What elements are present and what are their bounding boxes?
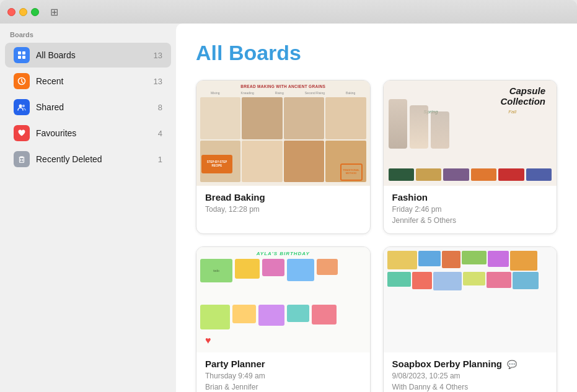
sidebar: Boards All Boards 13 Rece	[0, 24, 176, 392]
svg-rect-7	[20, 158, 24, 163]
board-card-soapbox-derby[interactable]: Soapbox Derby Planning 💬 9/08/2023, 10:2…	[383, 246, 558, 392]
board-thumbnail-fashion: CapsuleCollection Spring Fall	[384, 81, 557, 186]
sidebar-favourites-count: 4	[158, 129, 162, 138]
minimize-button[interactable]	[19, 8, 27, 16]
app-body: Boards All Boards 13 Rece	[0, 24, 577, 392]
recent-icon	[14, 73, 30, 89]
all-boards-icon	[14, 47, 30, 63]
board-info-fashion: Fashion Friday 2:46 pm Jennifer & 5 Othe…	[384, 186, 557, 233]
board-card-fashion[interactable]: CapsuleCollection Spring Fall	[383, 80, 558, 234]
board-date-party-planner: Thursday 9:49 am Brian & Jennifer	[205, 370, 361, 392]
title-bar: ⊞	[0, 0, 577, 24]
favourites-icon	[14, 125, 30, 141]
close-button[interactable]	[7, 8, 15, 16]
board-date-bread-baking: Today, 12:28 pm	[205, 204, 361, 215]
board-name-fashion: Fashion	[392, 192, 548, 203]
page-title: All Boards	[196, 41, 557, 65]
svg-point-6	[22, 105, 25, 107]
main-content: All Boards BREAD MAKING WITH ANCIENT GRA…	[176, 24, 577, 392]
board-info-bread-baking: Bread Baking Today, 12:28 pm	[196, 186, 370, 222]
sidebar-item-shared[interactable]: Shared 8	[5, 95, 171, 120]
board-name-soapbox-derby: Soapbox Derby Planning 💬	[392, 359, 548, 369]
sidebar-recent-label: Recent	[36, 76, 154, 86]
fullscreen-button[interactable]	[31, 8, 39, 16]
board-thumbnail-bread-baking: BREAD MAKING WITH ANCIENT GRAINS MixingK…	[196, 81, 370, 186]
board-thumbnail-soapbox-derby	[384, 247, 557, 352]
board-thumbnail-party-planner: AYLA'S BIRTHDAY todo	[196, 247, 370, 352]
heart-badge-party: ♥	[205, 335, 211, 346]
sidebar-toggle-button[interactable]: ⊞	[50, 6, 58, 18]
svg-rect-0	[18, 51, 21, 54]
sidebar-shared-label: Shared	[36, 102, 158, 112]
board-card-bread-baking[interactable]: BREAD MAKING WITH ANCIENT GRAINS MixingK…	[196, 80, 371, 234]
board-date-fashion: Friday 2:46 pm Jennifer & 5 Others	[392, 204, 548, 226]
svg-rect-3	[22, 56, 25, 59]
svg-point-5	[19, 105, 22, 108]
bread-stamp: TRADITIONALMETHOD	[340, 163, 363, 181]
sidebar-item-recently-deleted[interactable]: Recently Deleted 1	[5, 147, 171, 172]
sidebar-recently-deleted-label: Recently Deleted	[36, 154, 158, 164]
board-name-party-planner: Party Planner	[205, 359, 361, 369]
shared-icon	[14, 99, 30, 115]
board-name-bread-baking: Bread Baking	[205, 192, 361, 203]
board-info-party-planner: Party Planner Thursday 9:49 am Brian & J…	[196, 352, 370, 392]
bread-step-badge: STEP-BY-STEPRECIPE	[201, 155, 232, 173]
recently-deleted-icon	[14, 151, 30, 167]
sidebar-item-all-boards[interactable]: All Boards 13	[5, 43, 171, 68]
sidebar-item-favourites[interactable]: Favourites 4	[5, 121, 171, 146]
sidebar-recently-deleted-count: 1	[158, 155, 162, 164]
sidebar-shared-count: 8	[158, 103, 162, 112]
traffic-lights	[7, 8, 39, 16]
boards-grid: BREAD MAKING WITH ANCIENT GRAINS MixingK…	[196, 80, 557, 392]
sidebar-recent-count: 13	[154, 77, 162, 86]
sidebar-all-boards-count: 13	[154, 51, 162, 60]
sidebar-item-recent[interactable]: Recent 13	[5, 69, 171, 94]
sidebar-favourites-label: Favourites	[36, 128, 158, 138]
svg-rect-2	[18, 56, 21, 59]
board-date-soapbox-derby: 9/08/2023, 10:25 am With Danny & 4 Other…	[392, 370, 548, 392]
svg-rect-1	[22, 51, 25, 54]
board-info-soapbox-derby: Soapbox Derby Planning 💬 9/08/2023, 10:2…	[384, 352, 557, 392]
sidebar-section-label: Boards	[0, 31, 176, 42]
board-card-party-planner[interactable]: AYLA'S BIRTHDAY todo	[196, 246, 371, 392]
sidebar-all-boards-label: All Boards	[36, 50, 154, 60]
